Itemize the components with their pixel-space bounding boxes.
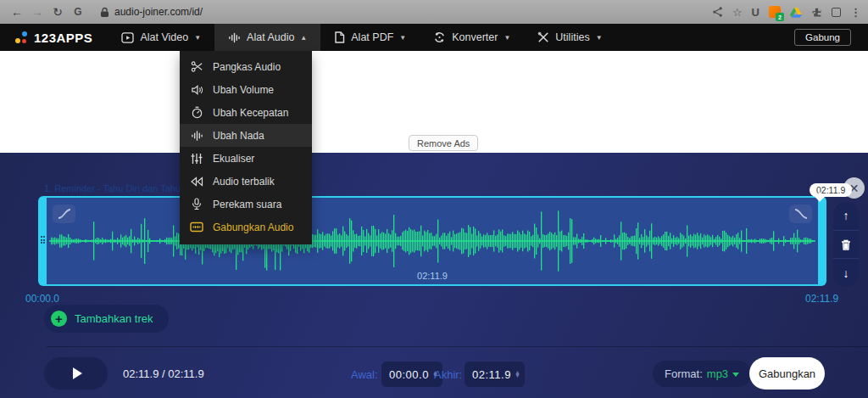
grip-dots-icon	[41, 236, 46, 244]
move-down-icon[interactable]: ↓	[833, 258, 859, 287]
menu-item-ubah-kecepatan[interactable]: Ubah Kecepatan	[180, 101, 312, 124]
logo-dots-icon	[15, 31, 28, 44]
tools-icon	[537, 31, 549, 43]
extension-badge-count: 2	[776, 13, 784, 21]
chevron-down-icon: ▼	[194, 34, 201, 42]
menu-item-audio-terbalik[interactable]: Audio terbalik	[180, 170, 312, 193]
pitch-icon	[190, 129, 203, 143]
logo-text: 123APPS	[34, 31, 92, 45]
menu-label: Ubah Kecepatan	[213, 107, 288, 119]
chrome-menu-icon[interactable]: ⋮	[850, 7, 861, 18]
end-field-label: Akhir:	[434, 368, 462, 381]
end-time-value: 02:11.9	[472, 368, 511, 381]
nav-alat-audio[interactable]: Alat Audio ▲	[214, 24, 320, 51]
menu-label: Gabungkan Audio	[213, 221, 293, 233]
fade-in-button[interactable]	[53, 205, 75, 223]
fade-out-button[interactable]	[789, 205, 812, 223]
nav-alat-video[interactable]: Alat Video ▼	[108, 24, 214, 51]
chevron-down-icon: ▼	[504, 34, 510, 42]
gabung-signin-button[interactable]: Gabung	[794, 29, 851, 46]
add-track-label: Tambahkan trek	[75, 312, 153, 325]
nav-label: Utilities	[555, 31, 589, 43]
ublock-extension-icon[interactable]: U	[752, 7, 760, 18]
timeline-start-label: 00:00.0	[25, 293, 59, 305]
menu-item-gabungkan-audio[interactable]: Gabungkan Audio	[180, 216, 312, 238]
play-icon	[73, 367, 82, 379]
logo[interactable]: 123APPS	[0, 24, 108, 51]
nav-label: Konverter	[452, 31, 498, 43]
back-icon[interactable]: ←	[7, 5, 27, 19]
nav-label: Alat Video	[140, 31, 188, 43]
chevron-up-icon: ▲	[300, 34, 307, 42]
add-track-button[interactable]: + Tambahkan trek	[44, 305, 169, 333]
chevron-down-icon: ▼	[399, 34, 406, 42]
alat-audio-menu: Pangkas Audio Ubah Volume Ubah Kecepatan…	[180, 51, 312, 244]
menu-label: Ubah Volume	[213, 84, 274, 96]
remove-ads-button[interactable]: Remove Ads	[409, 135, 478, 151]
divider	[47, 346, 868, 347]
format-value: mp3	[707, 367, 728, 380]
format-label: Format:	[665, 367, 703, 380]
menu-label: Ubah Nada	[213, 130, 264, 142]
pdf-file-icon	[334, 31, 345, 43]
g-profile-icon[interactable]: G	[68, 6, 88, 18]
share-icon[interactable]	[712, 6, 723, 18]
address-bar[interactable]: audio-joiner.com/id/	[100, 6, 203, 18]
extensions-puzzle-icon[interactable]	[811, 7, 822, 18]
menu-item-ubah-volume[interactable]: Ubah Volume	[180, 78, 312, 101]
nav-label: Alat Audio	[247, 31, 294, 43]
audio-waveform-icon	[228, 32, 241, 43]
extension-badge-icon[interactable]: 2	[769, 6, 781, 18]
plus-icon: +	[51, 311, 67, 327]
merge-audio-icon	[190, 221, 203, 234]
time-display: 02:11.9 / 02:11.9	[123, 367, 204, 380]
timeline-end-label: 02:11.9	[805, 293, 838, 305]
duration-tooltip: 02:11.9	[810, 183, 852, 197]
menu-item-pangkas-audio[interactable]: Pangkas Audio	[180, 55, 312, 78]
bookmark-star-icon[interactable]: ☆	[732, 7, 743, 18]
drive-icon[interactable]	[790, 7, 802, 18]
play-button[interactable]	[44, 357, 108, 390]
start-time-value: 00:00.0	[389, 368, 429, 381]
speaker-icon	[190, 83, 203, 97]
chevron-down-icon	[732, 373, 739, 377]
reverse-icon	[190, 175, 203, 188]
video-icon	[121, 32, 134, 43]
nav-alat-pdf[interactable]: Alat PDF ▼	[320, 24, 420, 51]
nav-label: Alat PDF	[351, 31, 393, 43]
speed-icon	[190, 106, 203, 120]
menu-item-ekualiser[interactable]: Ekualiser	[180, 147, 312, 170]
nav-konverter[interactable]: Konverter ▼	[420, 24, 524, 51]
end-handle[interactable]	[818, 196, 826, 286]
format-select[interactable]: Format: mp3	[653, 361, 751, 387]
app-navbar: 123APPS Alat Video ▼ Alat Audio ▲ Alat P…	[0, 24, 868, 51]
lock-icon	[100, 7, 109, 18]
reload-icon[interactable]: ↻	[47, 5, 68, 19]
microphone-icon	[190, 198, 203, 211]
menu-item-ubah-nada[interactable]: Ubah Nada	[180, 124, 312, 147]
nav-utilities[interactable]: Utilities ▼	[524, 24, 615, 51]
start-handle[interactable]	[38, 196, 47, 286]
url-text: audio-joiner.com/id/	[114, 6, 203, 18]
menu-label: Audio terbalik	[213, 176, 275, 188]
start-field-label: Awal:	[351, 368, 378, 381]
scissors-icon	[190, 60, 203, 74]
menu-label: Pangkas Audio	[213, 61, 281, 73]
selection-region[interactable]: 02:11.9	[47, 196, 818, 286]
profile-window-icon[interactable]	[832, 8, 841, 17]
move-up-icon[interactable]: ↑	[833, 202, 859, 230]
menu-label: Perekam suara	[213, 199, 281, 210]
track-toolbar: ↑ ↓	[833, 202, 859, 287]
delete-track-icon[interactable]	[833, 230, 859, 259]
join-button[interactable]: Gabungkan	[749, 357, 825, 390]
forward-icon[interactable]: →	[27, 5, 47, 19]
waveform-track[interactable]: 02:11.9	[38, 196, 826, 286]
converter-icon	[433, 31, 446, 43]
end-time-stepper[interactable]: ▲▼	[515, 371, 520, 378]
browser-chrome: ← → ↻ G audio-joiner.com/id/ ☆ U 2 ⋮	[0, 0, 868, 24]
chevron-down-icon: ▼	[596, 34, 603, 42]
equalizer-icon	[190, 152, 203, 165]
editor-panel: 1. Reminder - Tahu Diri dan Tahu Batas.m…	[0, 153, 868, 398]
end-time-input[interactable]: 02:11.9 ▲▼	[465, 362, 525, 387]
menu-item-perekam-suara[interactable]: Perekam suara	[180, 193, 312, 216]
